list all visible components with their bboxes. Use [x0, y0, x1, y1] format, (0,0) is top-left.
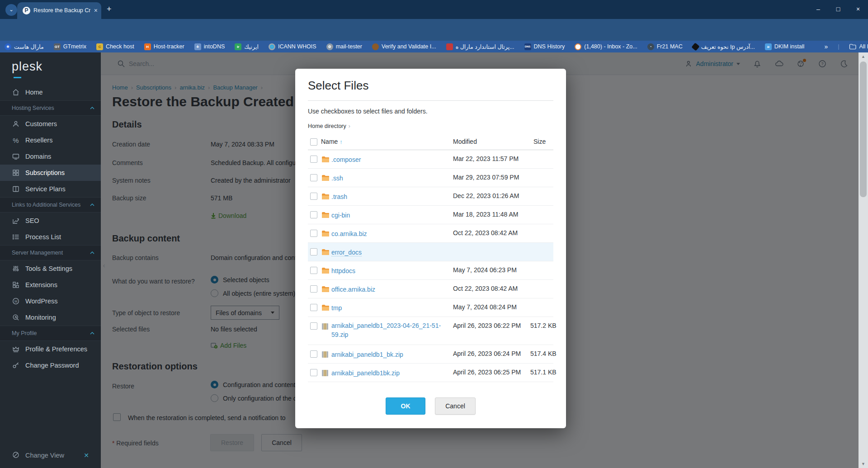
- file-link[interactable]: arnikabi_paneldb1_2023-04-26_21-51-59.zi…: [331, 321, 451, 339]
- file-link[interactable]: co.arnika.biz: [331, 229, 451, 238]
- bookmark-item[interactable]: GTGTmetrix: [54, 43, 86, 50]
- column-name[interactable]: Name↑: [321, 138, 343, 145]
- row-checkbox[interactable]: [310, 304, 317, 311]
- bookmark-item[interactable]: +intoDNS: [194, 43, 225, 50]
- sidebar-item-extensions[interactable]: Extensions: [0, 277, 101, 293]
- file-row: arnikabi_paneldb1bk.zip April 26, 2023 0…: [308, 364, 553, 382]
- flag-icon: [446, 43, 453, 50]
- sidebar-item-service-plans[interactable]: Service Plans: [0, 181, 101, 197]
- bookmark-item[interactable]: HHost-tracker: [144, 43, 184, 50]
- cancel-button[interactable]: Cancel: [435, 397, 476, 415]
- sidebar-item-subscriptions[interactable]: Subscriptions: [0, 165, 101, 181]
- file-link[interactable]: .composer: [331, 155, 451, 164]
- file-link[interactable]: tmp: [331, 303, 451, 312]
- row-checkbox[interactable]: [310, 350, 317, 358]
- bookmark-item[interactable]: irايرنيك: [235, 43, 259, 50]
- row-checkbox[interactable]: [310, 193, 317, 200]
- scrollbar-thumb[interactable]: [860, 61, 867, 197]
- sidebar-section-additional-services[interactable]: Links to Additional Services: [0, 197, 101, 213]
- file-row: httpdocs May 7, 2024 06:23 PM: [308, 261, 553, 280]
- sidebar-item-seo[interactable]: SEO: [0, 213, 101, 229]
- bookmark-item[interactable]: (1,480) - Inbox - Zo...: [575, 43, 637, 50]
- file-size: 517.4 KB: [530, 350, 557, 357]
- bookmark-item[interactable]: ⚙mail-tester: [326, 43, 362, 50]
- row-checkbox[interactable]: [310, 230, 317, 237]
- sidebar-section-server-management[interactable]: Server Management: [0, 245, 101, 260]
- pen-icon: [691, 43, 699, 51]
- file-link[interactable]: httpdocs: [331, 266, 451, 275]
- scroll-down-arrow[interactable]: ▼: [859, 462, 868, 466]
- sidebar-item-change-password[interactable]: Change Password: [0, 357, 101, 373]
- bookmarks-overflow-chevron[interactable]: »: [824, 43, 828, 50]
- sidebar-item-process-list[interactable]: Process List: [0, 229, 101, 245]
- browser-tabstrip: ⌄ P Restore the Backup Created on × + – …: [0, 0, 868, 19]
- new-tab-button[interactable]: +: [107, 5, 112, 14]
- row-checkbox[interactable]: [310, 285, 317, 293]
- change-view-button[interactable]: Change View ✕: [0, 447, 101, 463]
- row-checkbox[interactable]: [310, 156, 317, 163]
- row-checkbox[interactable]: [310, 211, 317, 218]
- all-bookmarks-button[interactable]: All Bookmarks: [849, 43, 868, 50]
- sidebar-item-wordpress[interactable]: WWordPress: [0, 293, 101, 309]
- window-minimize-button[interactable]: –: [808, 0, 828, 19]
- browser-tab[interactable]: P Restore the Backup Created on ×: [17, 2, 101, 19]
- bookmark-item[interactable]: 🌐ICANN WHOIS: [269, 43, 316, 50]
- tab-close-icon[interactable]: ×: [94, 7, 98, 14]
- window-maximize-button[interactable]: □: [828, 0, 848, 19]
- row-checkbox[interactable]: [310, 369, 317, 376]
- row-checkbox[interactable]: [310, 248, 317, 255]
- file-modified: Oct 22, 2023 08:42 AM: [453, 229, 518, 236]
- bookmark-item[interactable]: پرتال استاندارد مارال ه...: [446, 43, 514, 50]
- bookmark-item[interactable]: ✳مارال هاست: [5, 43, 44, 50]
- crown-icon: [12, 345, 20, 353]
- sidebar-item-home[interactable]: Home: [0, 84, 101, 100]
- folder-outline-icon: [849, 43, 856, 50]
- row-checkbox[interactable]: [310, 267, 317, 274]
- bookmark-item[interactable]: ◔Fr21 MAC: [647, 43, 683, 50]
- file-link[interactable]: office.arnika.biz: [331, 285, 451, 294]
- row-checkbox[interactable]: [310, 322, 317, 330]
- select-files-dialog: Select Files Use checkboxes to select fi…: [295, 69, 566, 428]
- column-size[interactable]: Size: [533, 138, 546, 145]
- page-scrollbar[interactable]: ▲ ▼: [859, 52, 868, 468]
- list-icon: [12, 233, 20, 241]
- file-link[interactable]: arnikabi_paneldb1bk.zip: [331, 369, 451, 378]
- file-link[interactable]: cgi-bin: [331, 211, 451, 220]
- ok-button[interactable]: OK: [386, 397, 425, 415]
- sidebar-item-customers[interactable]: Customers: [0, 116, 101, 132]
- file-link[interactable]: .trash: [331, 192, 451, 201]
- row-checkbox[interactable]: [310, 174, 317, 181]
- sidebar-item-resellers[interactable]: %Resellers: [0, 132, 101, 148]
- bookmark-icon: ✳: [5, 43, 11, 50]
- select-all-checkbox[interactable]: [310, 138, 317, 146]
- bookmark-item[interactable]: »DKIM install: [765, 43, 805, 50]
- dialog-breadcrumb[interactable]: Home directory›: [308, 123, 350, 129]
- tab-search-button[interactable]: ⌄: [5, 4, 17, 16]
- sidebar-section-hosting-services[interactable]: Hosting Services: [0, 100, 101, 116]
- file-modified: April 26, 2023 06:24 PM: [453, 350, 521, 357]
- folder-icon: [321, 156, 330, 163]
- bookmark-icon: DNS: [524, 43, 531, 50]
- column-modified[interactable]: Modified: [453, 138, 477, 145]
- sidebar-item-tools-settings[interactable]: Tools & Settings: [0, 260, 101, 277]
- bookmark-item[interactable]: DNSDNS History: [524, 43, 565, 50]
- file-link[interactable]: error_docs: [331, 248, 451, 257]
- globe-icon: ◔: [647, 43, 654, 50]
- sidebar-item-monitoring[interactable]: Monitoring: [0, 309, 101, 326]
- close-icon[interactable]: ✕: [84, 452, 89, 459]
- sidebar-section-my-profile[interactable]: My Profile: [0, 326, 101, 341]
- file-link[interactable]: .ssh: [331, 174, 451, 183]
- sidebar-item-profile-preferences[interactable]: Profile & Preferences: [0, 341, 101, 357]
- bookmark-item[interactable]: CCheck host: [96, 43, 134, 50]
- window-close-button[interactable]: ×: [848, 0, 868, 19]
- bookmark-item[interactable]: Verify and Validate I...: [372, 43, 436, 50]
- sidebar-item-domains[interactable]: Domains: [0, 148, 101, 165]
- file-row: office.arnika.biz Oct 22, 2023 08:42 AM: [308, 280, 553, 298]
- file-table-header: Name↑ Modified Size: [308, 135, 553, 150]
- folder-icon: [321, 304, 330, 311]
- seo-icon: [12, 217, 20, 225]
- bookmark-item[interactable]: نحوه تعريف Ip آدرس...: [693, 43, 755, 50]
- file-link[interactable]: arnikabi_paneldb1_bk.zip: [331, 350, 451, 359]
- file-row: .trash Dec 22, 2023 01:26 AM: [308, 187, 553, 206]
- scroll-up-arrow[interactable]: ▲: [859, 54, 868, 59]
